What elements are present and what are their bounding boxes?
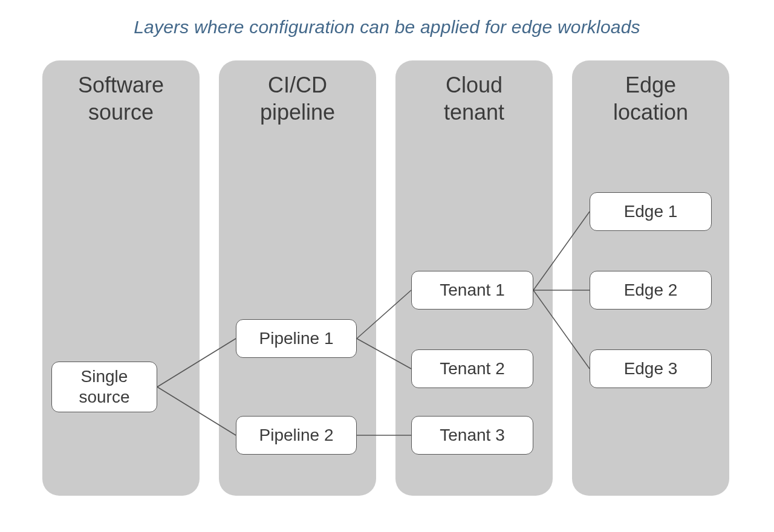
column-header: Edge location: [572, 60, 729, 126]
node-edge-3: Edge 3: [590, 349, 712, 388]
node-single-source: Single source: [51, 362, 157, 412]
node-tenant-2: Tenant 2: [411, 349, 533, 388]
column-header: Software source: [42, 60, 200, 126]
node-label: Edge 1: [624, 201, 678, 222]
column-header-line1: Edge: [625, 73, 676, 97]
node-label: Pipeline 2: [259, 425, 334, 446]
node-tenant-3: Tenant 3: [411, 416, 533, 455]
column-header-line2: pipeline: [260, 100, 335, 125]
column-header-line1: Software: [78, 73, 164, 97]
diagram-title: Layers where configuration can be applie…: [0, 17, 774, 37]
column-header-line2: tenant: [444, 100, 504, 125]
node-label: Tenant 3: [440, 425, 504, 446]
node-label: Edge 3: [624, 358, 678, 379]
node-label: Single source: [57, 366, 152, 407]
column-software-source: Software source: [42, 60, 200, 496]
column-header-line1: Cloud: [446, 73, 502, 97]
node-edge-2: Edge 2: [590, 271, 712, 310]
column-header-line2: location: [613, 100, 688, 125]
column-header-line2: source: [88, 100, 154, 125]
diagram-canvas: Layers where configuration can be applie…: [0, 0, 774, 532]
node-label: Tenant 1: [440, 280, 504, 300]
node-edge-1: Edge 1: [590, 192, 712, 231]
node-label: Pipeline 1: [259, 328, 334, 349]
node-tenant-1: Tenant 1: [411, 271, 533, 310]
column-header-line1: CI/CD: [268, 73, 327, 97]
node-label: Tenant 2: [440, 358, 504, 379]
node-pipeline-2: Pipeline 2: [236, 416, 357, 455]
node-pipeline-1: Pipeline 1: [236, 319, 357, 358]
node-label: Edge 2: [624, 280, 678, 300]
column-header: Cloud tenant: [395, 60, 553, 126]
column-header: CI/CD pipeline: [219, 60, 376, 126]
